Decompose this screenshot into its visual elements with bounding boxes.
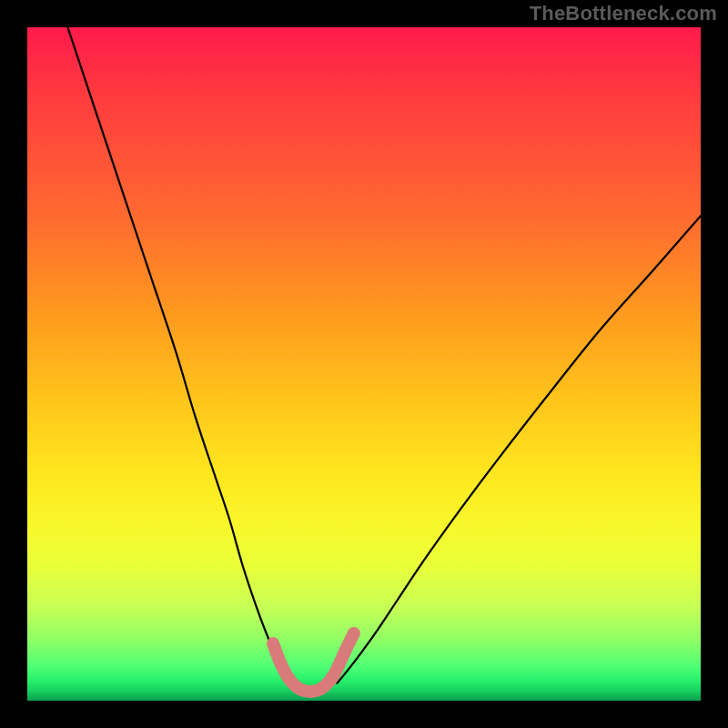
chart-overlay-svg [27, 27, 701, 701]
app-frame: TheBottleneck.com [0, 0, 728, 728]
curve-left-branch [67, 27, 289, 683]
curve-trough-highlight [273, 633, 354, 692]
watermark-text: TheBottleneck.com [530, 2, 717, 25]
curve-right-branch [337, 216, 701, 683]
chart-plot-area [27, 27, 701, 701]
